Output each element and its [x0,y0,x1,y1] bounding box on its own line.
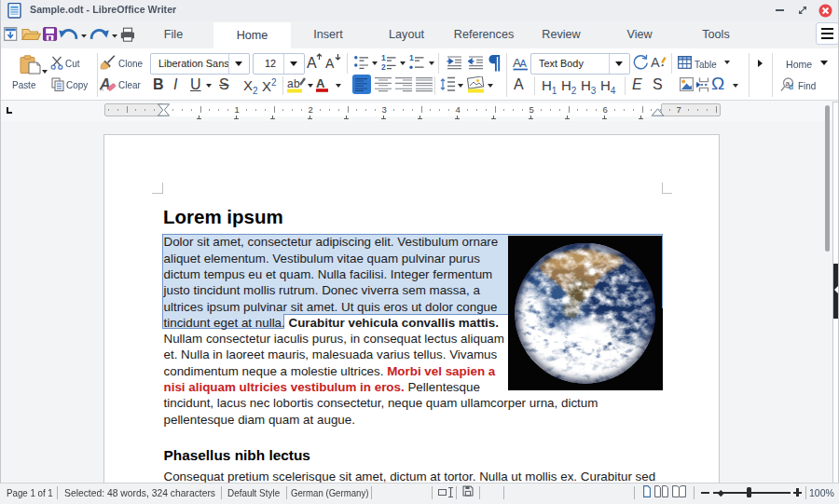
svg-text:b: b [294,77,300,90]
svg-text:a: a [287,77,294,90]
svg-text:A: A [325,56,335,71]
svg-text:1: 1 [381,54,386,62]
svg-text:1: 1 [409,54,414,62]
svg-text:2: 2 [381,62,386,71]
svg-text:A: A [316,76,325,90]
svg-text:d: d [789,82,793,91]
svg-text:A: A [307,55,317,71]
svg-text:A: A [520,58,528,69]
svg-text:A: A [651,55,660,70]
